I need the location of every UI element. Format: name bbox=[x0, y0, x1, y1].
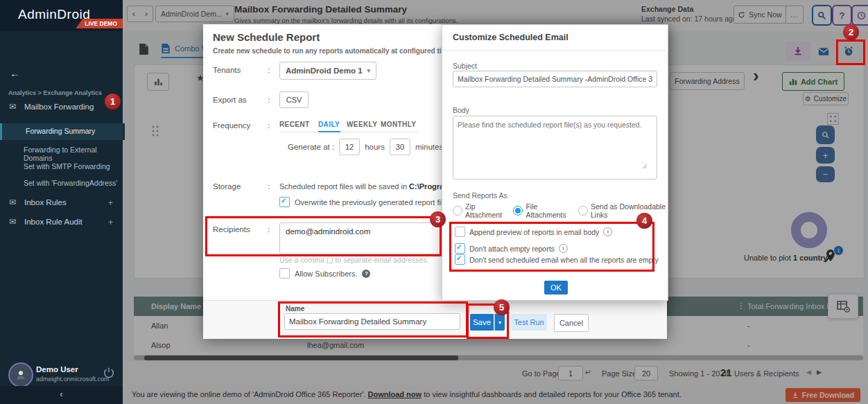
sidebar: ← Analytics > Exchange Analytics ✉ Mailb… bbox=[0, 31, 123, 386]
cancel-label: Cancel bbox=[559, 319, 583, 327]
user-domain: admeight.onmicrosoft.com bbox=[36, 376, 110, 383]
allow-subscribers-label: Allow Subscribers. bbox=[295, 270, 357, 278]
group-label: Mailbox Forwarding bbox=[24, 103, 94, 111]
group-label: Inbox Rule Audit bbox=[24, 218, 83, 226]
send-reports-as-label: Send Reports As bbox=[453, 191, 507, 200]
freq-tab-monthly[interactable]: MONTHLY bbox=[381, 121, 416, 128]
colon: : bbox=[268, 66, 270, 74]
freq-tab-weekly[interactable]: WEEKLY bbox=[347, 121, 377, 128]
storage-text-plain: Scheduled report files will be saved in bbox=[279, 182, 407, 191]
subject-label: Subject bbox=[453, 62, 477, 70]
frequency-label: Frequency bbox=[213, 121, 250, 130]
user-name: Demo User bbox=[36, 365, 78, 374]
cancel-button[interactable]: Cancel bbox=[554, 314, 589, 332]
app-root: ‹ › AdminDroid Dem... ▾ Mailbox Forwardi… bbox=[0, 0, 868, 404]
ok-label: OK bbox=[550, 283, 562, 292]
colon: : bbox=[268, 96, 270, 104]
item-label: Set with SMTP Forwarding bbox=[24, 162, 110, 170]
annotation-box-recipients bbox=[205, 216, 442, 256]
storage-label: Storage bbox=[213, 182, 241, 191]
expand-icon[interactable]: + bbox=[108, 198, 113, 208]
tenants-label: Tenants bbox=[213, 66, 241, 74]
downloadable-links-radio[interactable] bbox=[578, 206, 588, 216]
storage-text: Scheduled report files will be saved in … bbox=[279, 182, 466, 191]
help-icon[interactable]: ? bbox=[362, 270, 370, 278]
sidebar-back-icon[interactable]: ← bbox=[10, 67, 20, 79]
hours-label: hours bbox=[365, 143, 385, 151]
live-demo-badge: LIVE DEMO bbox=[76, 19, 123, 28]
avatar[interactable] bbox=[8, 362, 33, 387]
person-icon bbox=[15, 369, 27, 381]
inbox-rule-audit-icon: ✉ bbox=[9, 217, 16, 227]
annotation-box-schedule-button bbox=[836, 39, 865, 65]
inbox-rules-icon: ✉ bbox=[9, 197, 16, 207]
overwrite-label: Overwrite the previously generated repor… bbox=[295, 198, 449, 207]
overwrite-checkbox[interactable] bbox=[279, 197, 290, 207]
sidebar-breadcrumb: Analytics > Exchange Analytics bbox=[8, 89, 102, 96]
expand-icon[interactable]: + bbox=[108, 218, 113, 227]
annotation-step-1: 1 bbox=[105, 94, 121, 109]
minutes-label: minutes bbox=[415, 143, 443, 151]
allow-subscribers-row[interactable]: Allow Subscribers. ? bbox=[279, 268, 370, 279]
minutes-input[interactable] bbox=[390, 139, 410, 155]
customize-dialog-title: Customize Scheduled Email bbox=[453, 33, 568, 42]
colon: : bbox=[268, 121, 270, 130]
dialog-title: New Schedule Report bbox=[213, 31, 320, 43]
divider bbox=[442, 50, 666, 51]
tenants-value: AdminDroid Demo 1 bbox=[286, 67, 363, 75]
sidebar-group-inbox-rule-audit[interactable]: ✉ Inbox Rule Audit + bbox=[0, 216, 123, 231]
sidebar-group-inbox-rules[interactable]: ✉ Inbox Rules + bbox=[0, 196, 123, 211]
test-run-button[interactable]: Test Run bbox=[511, 314, 547, 331]
zip-attachment-radio[interactable] bbox=[453, 206, 462, 216]
annotation-step-3: 3 bbox=[430, 211, 446, 227]
zip-attachment-label: Zip Attachment bbox=[465, 202, 505, 219]
group-label: Inbox Rules bbox=[24, 198, 67, 207]
mailbox-forwarding-icon: ✉ bbox=[9, 102, 16, 112]
item-label: Set with 'ForwardingAddress' bbox=[24, 179, 117, 187]
subject-input[interactable] bbox=[453, 71, 657, 87]
freq-tab-daily[interactable]: DAILY bbox=[318, 121, 340, 128]
annotation-step-4: 4 bbox=[636, 213, 652, 229]
freq-tab-recent[interactable]: RECENT bbox=[279, 121, 310, 128]
item-label: Forwarding Summary bbox=[26, 127, 95, 135]
recipients-help: Use a comma (,) to separate email addres… bbox=[279, 256, 428, 264]
annotation-box-name bbox=[278, 301, 468, 337]
body-input[interactable]: Please find the scheduled report file(s)… bbox=[453, 116, 657, 179]
send-as-radio-group: Zip Attachment File Attachments Send as … bbox=[453, 202, 668, 219]
file-attachments-radio[interactable] bbox=[513, 206, 523, 216]
generate-at-label: Generate at : bbox=[288, 143, 334, 151]
sidebar-item-forwarding-external[interactable]: Forwarding to External Domains bbox=[0, 142, 123, 159]
resize-handle-icon[interactable] bbox=[642, 164, 648, 169]
ok-button[interactable]: OK bbox=[544, 281, 568, 295]
colon: : bbox=[268, 182, 270, 191]
freq-tabs-underline bbox=[279, 132, 418, 132]
dialog-subtitle: Create new schedule to run any reports a… bbox=[213, 47, 451, 55]
file-attachments-label: File Attachments bbox=[526, 202, 570, 219]
annotation-step-2: 2 bbox=[843, 24, 859, 40]
app-logo-block: AdminDroid LIVE DEMO bbox=[0, 0, 123, 31]
downloadable-links-label: Send as Downloadable Links bbox=[591, 202, 668, 219]
hours-input[interactable] bbox=[339, 139, 360, 155]
tenants-dropdown[interactable]: AdminDroid Demo 1 ▾ bbox=[279, 62, 376, 80]
body-label: Body bbox=[453, 106, 469, 114]
annotation-box-email-options bbox=[449, 222, 654, 272]
power-icon bbox=[103, 367, 115, 379]
export-format-value: CSV bbox=[286, 96, 302, 104]
freq-active-underline bbox=[318, 131, 340, 132]
export-as-label: Export as bbox=[213, 96, 247, 104]
chevron-down-icon: ▾ bbox=[367, 67, 370, 74]
sidebar-item-forwardingaddress[interactable]: Set with 'ForwardingAddress' bbox=[0, 175, 123, 192]
sidebar-item-forwarding-summary[interactable]: Forwarding Summary bbox=[0, 123, 125, 140]
annotation-step-5: 5 bbox=[494, 299, 510, 315]
overwrite-row[interactable]: Overwrite the previously generated repor… bbox=[279, 197, 449, 207]
sidebar-collapse-button[interactable]: ‹ bbox=[0, 386, 123, 404]
test-run-label: Test Run bbox=[514, 318, 544, 326]
app-logo: AdminDroid bbox=[18, 7, 90, 22]
export-format-button[interactable]: CSV bbox=[279, 91, 309, 108]
sign-out-button[interactable] bbox=[103, 367, 115, 381]
allow-subscribers-checkbox[interactable] bbox=[279, 268, 290, 279]
sidebar-item-smtp-forwarding[interactable]: Set with SMTP Forwarding bbox=[0, 159, 123, 175]
